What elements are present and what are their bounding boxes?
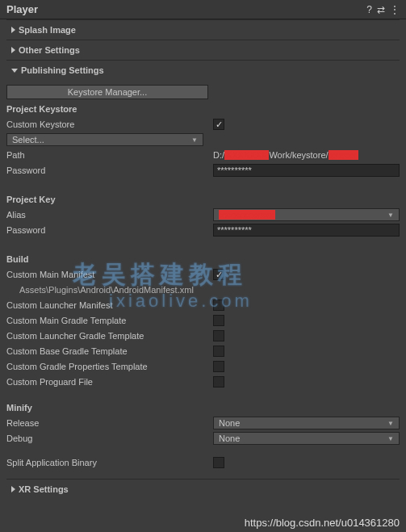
chevron-down-icon: ▼ (387, 435, 394, 442)
custom-gradle-props-checkbox[interactable] (213, 361, 224, 372)
project-key-header: Project Key (6, 195, 400, 204)
section-publishing-settings[interactable]: Publishing Settings (6, 60, 400, 80)
custom-launcher-gradle-checkbox[interactable] (213, 330, 224, 341)
keystore-manager-button[interactable]: Keystore Manager... (6, 85, 208, 99)
expand-icon (11, 486, 15, 492)
path-label: Path (6, 150, 213, 160)
player-settings-content: Splash Image Other Settings Publishing S… (0, 19, 406, 505)
section-xr-settings[interactable]: XR Settings (6, 479, 400, 499)
chevron-down-icon: ▼ (387, 420, 394, 427)
redacted-text: xxxxxxxxxxxx (219, 210, 275, 220)
publishing-settings-body: Keystore Manager... Project Keystore Cus… (6, 80, 400, 479)
footer-url: https://blog.csdn.net/u014361280 (245, 517, 400, 529)
collapse-icon (11, 69, 18, 73)
custom-main-gradle-label: Custom Main Gradle Template (6, 316, 213, 325)
custom-main-manifest-checkbox[interactable] (213, 269, 224, 280)
custom-launcher-manifest-row: Custom Launcher Manifest (6, 298, 400, 312)
help-icon[interactable]: ? (366, 4, 372, 15)
redacted-text: XXXXXXX (224, 150, 269, 160)
manifest-path: Assets\Plugins\Android\AndroidManifest.x… (6, 285, 194, 295)
custom-launcher-manifest-label: Custom Launcher Manifest (6, 300, 213, 310)
build-header: Build (6, 254, 400, 264)
dropdown-value: None (219, 434, 240, 443)
chevron-down-icon: ▼ (191, 136, 198, 144)
debug-label: Debug (6, 434, 213, 443)
alias-dropdown[interactable]: xxxxxxxxxxxx ▼ (213, 208, 400, 221)
chevron-down-icon: ▼ (387, 212, 394, 219)
section-splash-image[interactable]: Splash Image (6, 19, 400, 40)
custom-main-gradle-checkbox[interactable] (213, 315, 224, 326)
dropdown-value: Select... (12, 135, 44, 145)
custom-main-manifest-label: Custom Main Manifest (6, 270, 213, 279)
section-title: Other Settings (19, 45, 80, 55)
custom-gradle-props-label: Custom Gradle Properties Template (6, 362, 213, 371)
expand-icon (11, 47, 15, 53)
manifest-path-row: Assets\Plugins\Android\AndroidManifest.x… (6, 283, 400, 297)
path-value: D:/XXXXXXXWork/keystore/xxxxxx (213, 150, 400, 160)
alias-row: Alias xxxxxxxxxxxx ▼ (6, 207, 400, 222)
custom-launcher-gradle-row: Custom Launcher Gradle Template (6, 329, 400, 343)
section-title: Publishing Settings (21, 65, 104, 75)
custom-gradle-props-row: Custom Gradle Properties Template (6, 359, 400, 374)
release-label: Release (6, 418, 213, 428)
presets-icon[interactable]: ⇄ (377, 4, 385, 15)
custom-keystore-label: Custom Keystore (6, 119, 213, 129)
release-dropdown[interactable]: None ▼ (213, 417, 400, 429)
menu-icon[interactable]: ⋮ (390, 4, 400, 15)
dropdown-value: None (219, 418, 240, 428)
split-binary-checkbox[interactable] (213, 457, 224, 468)
custom-launcher-manifest-checkbox[interactable] (213, 300, 224, 311)
section-other-settings[interactable]: Other Settings (6, 40, 400, 60)
section-title: XR Settings (19, 484, 69, 494)
alias-label: Alias (6, 210, 213, 220)
custom-main-gradle-row: Custom Main Gradle Template (6, 313, 400, 328)
project-keystore-header: Project Keystore (6, 104, 400, 114)
custom-base-gradle-label: Custom Base Gradle Template (6, 346, 213, 356)
custom-launcher-gradle-label: Custom Launcher Gradle Template (6, 331, 213, 341)
minify-release-row: Release None ▼ (6, 416, 400, 430)
panel-title: Player (6, 3, 38, 15)
custom-proguard-checkbox[interactable] (213, 376, 224, 387)
minify-debug-row: Debug None ▼ (6, 431, 400, 446)
custom-keystore-row: Custom Keystore (6, 117, 400, 132)
minify-header: Minify (6, 403, 400, 413)
custom-main-manifest-row: Custom Main Manifest (6, 267, 400, 282)
key-password-input[interactable] (213, 224, 400, 237)
section-title: Splash Image (19, 25, 76, 35)
custom-proguard-row: Custom Proguard File (6, 375, 400, 389)
keystore-password-input[interactable] (213, 164, 400, 177)
password-label: Password (6, 225, 213, 235)
expand-icon (11, 27, 15, 33)
header-toolbar: ? ⇄ ⋮ (366, 4, 400, 15)
redacted-text: xxxxxx (329, 150, 358, 160)
inspector-header: Player ? ⇄ ⋮ (0, 0, 406, 19)
debug-dropdown[interactable]: None ▼ (213, 432, 400, 445)
keystore-path-row: Path D:/XXXXXXXWork/keystore/xxxxxx (6, 148, 400, 162)
keystore-select-row: Select... ▼ (6, 132, 400, 147)
custom-proguard-label: Custom Proguard File (6, 377, 213, 387)
password-label: Password (6, 165, 213, 175)
custom-base-gradle-checkbox[interactable] (213, 346, 224, 357)
key-password-row: Password (6, 223, 400, 237)
custom-keystore-checkbox[interactable] (213, 119, 224, 130)
keystore-password-row: Password (6, 163, 400, 178)
split-binary-label: Split Application Binary (6, 458, 213, 467)
split-binary-row: Split Application Binary (6, 455, 400, 470)
keystore-select-dropdown[interactable]: Select... ▼ (6, 133, 203, 146)
custom-base-gradle-row: Custom Base Gradle Template (6, 344, 400, 358)
